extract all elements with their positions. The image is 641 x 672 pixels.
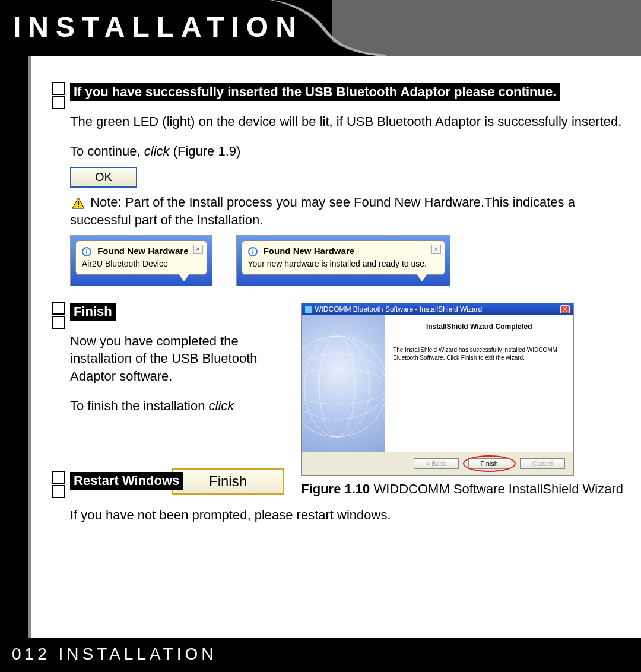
- balloon-1-title: i Found New Hardware: [82, 246, 189, 256]
- cancel-button: Cancel: [520, 458, 565, 469]
- step-13-title: Restart Windows: [74, 473, 179, 488]
- svg-point-10: [319, 336, 355, 437]
- step-11-para1: The green LED (light) on the device will…: [70, 113, 623, 131]
- balloon-1-body: Air2U Bluetooth Device: [82, 259, 189, 268]
- svg-point-9: [302, 354, 385, 419]
- step-number-12: 1 2: [52, 302, 68, 331]
- balloon-2-wrap: × i Found New Hardware Your new hardware…: [236, 235, 450, 286]
- installshield-wizard-window: WIDCOMM Bluetooth Software - InstallShie…: [301, 303, 574, 476]
- svg-point-11: [304, 336, 370, 437]
- step-12-header: 1 2 Finish: [70, 303, 116, 321]
- step-11-header: 1 1 If you have successfully inserted th…: [70, 83, 560, 101]
- wizard-title-text: WIDCOMM Bluetooth Software - InstallShie…: [315, 305, 482, 313]
- balloon-1-wrap: × i Found New Hardware Air2U Bluetooth D…: [70, 235, 212, 286]
- page-footer: 012 Installation: [0, 638, 641, 672]
- svg-text:i: i: [85, 248, 87, 255]
- step-12-para1: Now you have completed the installation …: [70, 332, 285, 385]
- svg-rect-6: [305, 306, 312, 313]
- ok-button[interactable]: OK: [70, 167, 137, 188]
- footer-text: 012 Installation: [12, 645, 217, 663]
- left-strip: [0, 56, 28, 672]
- page-title: Installation: [13, 11, 303, 43]
- wizard-finish-button[interactable]: Finish: [468, 458, 510, 469]
- balloon-2-title: i Found New Hardware: [248, 246, 427, 256]
- note-row: Note: Part of the Install process you ma…: [70, 194, 623, 229]
- balloon-2-body: Your new hardware is installed and ready…: [248, 259, 427, 268]
- step-12-para2: To finish the installation click: [70, 397, 285, 415]
- found-hw-balloon-1: × i Found New Hardware Air2U Bluetooth D…: [75, 240, 207, 275]
- step-12-title: Finish: [74, 304, 112, 319]
- found-hw-balloon-2: × i Found New Hardware Your new hardware…: [242, 240, 445, 275]
- step-11-para2: To continue, click (Figure 1.9): [70, 142, 623, 160]
- step-number-11: 1 1: [52, 82, 68, 112]
- wizard-body: InstallShield Wizard Completed The Insta…: [302, 315, 573, 452]
- warning-icon: [70, 196, 87, 211]
- wizard-titlebar: WIDCOMM Bluetooth Software - InstallShie…: [302, 303, 573, 315]
- info-icon: i: [248, 247, 258, 256]
- wizard-heading: InstallShield Wizard Completed: [393, 322, 565, 331]
- wizard-body-text: The InstallShield Wizard has successfull…: [393, 346, 565, 362]
- note-text: Note: Part of the Install process you ma…: [70, 195, 575, 227]
- content-area: 1 1 If you have successfully inserted th…: [53, 83, 623, 630]
- svg-rect-0: [78, 201, 79, 205]
- step-13-header: 1 3 Restart Windows: [70, 472, 183, 490]
- close-icon[interactable]: ×: [193, 245, 203, 254]
- svg-rect-1: [78, 206, 79, 207]
- back-button: < Back: [414, 458, 459, 469]
- info-icon: i: [82, 247, 91, 256]
- svg-point-8: [302, 369, 385, 404]
- svg-text:i: i: [252, 248, 253, 255]
- app-icon: [305, 306, 312, 313]
- step-11-title: If you have successfully inserted the US…: [74, 84, 556, 99]
- step-number-13: 1 3: [52, 471, 68, 500]
- close-icon[interactable]: X: [560, 305, 570, 313]
- step-13-para: If you have not been prompted, please re…: [70, 506, 623, 524]
- callout-line: [309, 524, 540, 524]
- balloons-row: × i Found New Hardware Air2U Bluetooth D…: [70, 235, 623, 286]
- wizard-globe-graphic: [302, 315, 385, 452]
- close-icon[interactable]: ×: [431, 245, 441, 254]
- header-bar: Installation: [0, 0, 641, 56]
